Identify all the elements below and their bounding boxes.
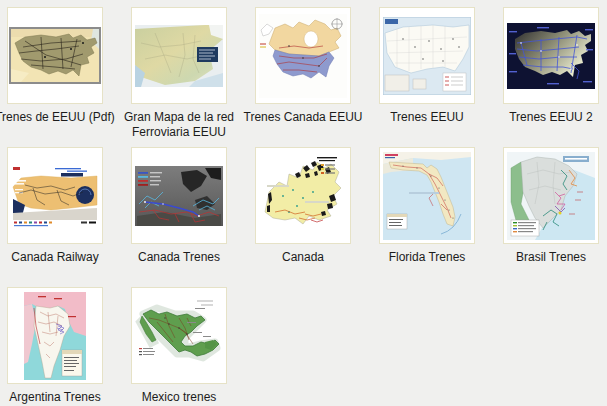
- thumbnail-trenes-eeuu-2[interactable]: [503, 7, 599, 104]
- gallery-item: Florida Trenes: [365, 147, 489, 287]
- brazil-rail-map-image: [507, 152, 595, 240]
- gallery-item: Gran Mapa de la red Ferroviaria EEUU: [117, 7, 241, 147]
- canada-satellite-rail-map-image: [135, 166, 223, 226]
- thumbnail-trenes-de-eeuu-pdf[interactable]: [7, 7, 103, 104]
- thumbnail-caption: Brasil Trenes: [489, 250, 607, 265]
- thumbnail-canada[interactable]: [255, 147, 351, 244]
- gallery-item: Argentina Trenes: [0, 287, 117, 406]
- gallery-item: Brasil Trenes: [489, 147, 607, 287]
- usa-topographic-railway-map-image: [135, 25, 223, 87]
- thumbnail-trenes-eeuu[interactable]: [379, 7, 475, 104]
- canada-railway-route-map-image: [11, 165, 99, 227]
- gallery-item: Trenes de EEUU (Pdf): [0, 7, 117, 147]
- gallery-item: Mexico trenes: [117, 287, 241, 406]
- thumbnail-canada-trenes[interactable]: [131, 147, 227, 244]
- argentina-rail-map-image: [24, 292, 86, 380]
- gallery-item: Trenes Canada EEUU: [241, 7, 365, 147]
- usa-rail-network-map-image: [9, 27, 101, 84]
- thumbnail-gran-mapa-ferroviaria-eeuu[interactable]: [131, 7, 227, 104]
- thumbnail-caption: Florida Trenes: [365, 250, 489, 265]
- thumbnail-caption: Trenes EEUU 2: [489, 110, 607, 125]
- thumbnail-caption: Trenes EEUU: [365, 110, 489, 125]
- thumbnail-brasil-trenes[interactable]: [503, 147, 599, 244]
- gallery-item: Trenes EEUU: [365, 7, 489, 147]
- thumbnail-canada-railway[interactable]: [7, 147, 103, 244]
- canada-usa-rail-map-image: [259, 14, 347, 98]
- thumbnail-caption: Canada: [241, 250, 365, 265]
- thumbnail-argentina-trenes[interactable]: [7, 287, 103, 384]
- thumbnail-caption: Canada Railway: [0, 250, 117, 265]
- florida-rail-map-image: [383, 152, 471, 240]
- mexico-rail-map-image: [135, 292, 223, 380]
- thumbnail-caption: Canada Trenes: [117, 250, 241, 265]
- gallery-item: Canada Trenes: [117, 147, 241, 287]
- thumbnail-caption: Trenes Canada EEUU: [241, 110, 365, 125]
- thumbnail-caption: Mexico trenes: [117, 390, 241, 405]
- thumbnail-trenes-canada-eeuu[interactable]: [255, 7, 351, 104]
- usa-rail-routes-map-image: [383, 17, 471, 95]
- thumbnail-caption: Gran Mapa de la red Ferroviaria EEUU: [117, 110, 241, 140]
- thumbnail-caption: Argentina Trenes: [0, 390, 117, 405]
- map-thumbnail-gallery: Trenes de EEUU (Pdf): [0, 0, 607, 406]
- gallery-item: Canada Railway: [0, 147, 117, 287]
- gallery-item: Trenes EEUU 2: [489, 7, 607, 147]
- gallery-item: Canada: [241, 147, 365, 287]
- thumbnail-florida-trenes[interactable]: [379, 147, 475, 244]
- thumbnail-mexico-trenes[interactable]: [131, 287, 227, 384]
- thumbnail-caption: Trenes de EEUU (Pdf): [0, 110, 117, 125]
- canada-country-map-image: [259, 152, 347, 240]
- usa-rail-routes-dark-map-image: [507, 23, 595, 89]
